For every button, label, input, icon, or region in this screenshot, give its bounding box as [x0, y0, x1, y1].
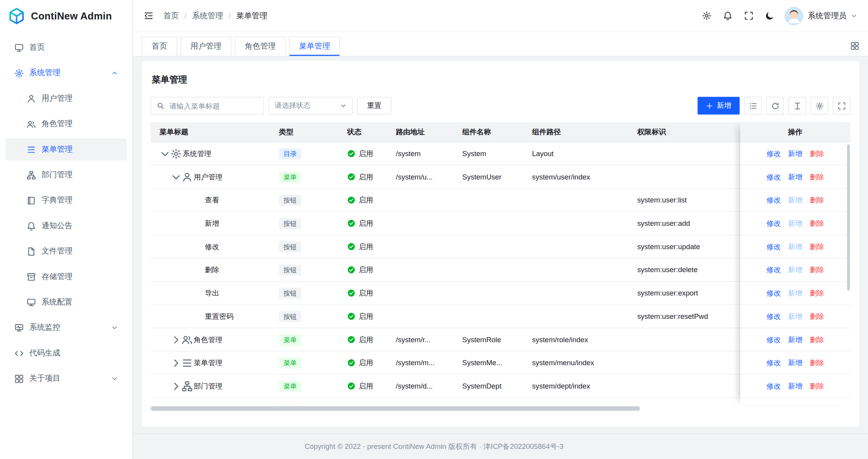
component-path-cell: Layout: [523, 142, 629, 165]
status-label: 启用: [359, 218, 373, 229]
horizontal-scrollbar[interactable]: [151, 406, 640, 411]
sidebar-item-label: 系统监控: [29, 323, 106, 333]
edit-link[interactable]: 修改: [766, 404, 781, 405]
refresh-button[interactable]: [766, 97, 784, 114]
add-link[interactable]: 新增: [788, 334, 803, 345]
tab-菜单管理[interactable]: 菜单管理: [289, 37, 340, 56]
add-link[interactable]: 新增: [788, 195, 803, 205]
sidebar-item-menu-management[interactable]: 菜单管理: [5, 138, 127, 160]
edit-link[interactable]: 修改: [766, 334, 781, 345]
user-menu[interactable]: 系统管理员: [785, 6, 857, 25]
edit-link[interactable]: 修改: [766, 311, 781, 322]
status-select[interactable]: 请选择状态: [269, 97, 353, 114]
type-cell: 目录: [270, 142, 338, 165]
delete-link[interactable]: 删除: [810, 242, 824, 252]
component-path-cell: system/dept/index: [523, 375, 629, 397]
line-height-button[interactable]: [789, 97, 806, 114]
add-link[interactable]: 新增: [788, 172, 803, 182]
sidebar-item-home[interactable]: 首页: [5, 37, 127, 59]
delete-link[interactable]: 删除: [810, 404, 824, 405]
add-link[interactable]: 新增: [788, 358, 803, 368]
sidebar-item-storage-management[interactable]: 存储管理: [5, 266, 127, 288]
sidebar-item-dept-management[interactable]: 部门管理: [5, 164, 127, 186]
sidebar-item-file-management[interactable]: 文件管理: [5, 240, 127, 262]
chevron-down-icon: [111, 375, 118, 382]
brand-logo[interactable]: ContiNew Admin: [0, 0, 132, 32]
status-badge: 启用: [347, 334, 373, 345]
tab-actions-button[interactable]: [850, 42, 859, 51]
sidebar-item-code-generation[interactable]: 代码生成: [5, 342, 127, 364]
collapse-sidebar-button[interactable]: [144, 11, 153, 20]
menu-title-cell: 系统管理: [151, 142, 270, 165]
add-link[interactable]: 新增: [788, 288, 803, 298]
edit-link[interactable]: 修改: [766, 172, 781, 182]
sidebar-item-label: 通知公告: [42, 221, 118, 231]
add-link[interactable]: 新增: [788, 381, 803, 391]
gear-button[interactable]: [810, 97, 828, 114]
sidebar-item-system-management[interactable]: 系统管理: [5, 62, 127, 84]
collapse-row-button[interactable]: [159, 148, 170, 159]
add-link[interactable]: 新增: [788, 311, 803, 322]
vertical-scrollbar[interactable]: [847, 144, 850, 290]
expand-row-button[interactable]: [171, 357, 181, 368]
row-actions: 修改新增删除: [740, 282, 850, 305]
tab-首页[interactable]: 首页: [142, 37, 177, 56]
breadcrumb-item[interactable]: 系统管理: [192, 11, 223, 21]
sidebar-item-notice[interactable]: 通知公告: [5, 215, 127, 237]
brand-name: ContiNew Admin: [31, 10, 112, 22]
add-link[interactable]: 新增: [788, 242, 803, 252]
sidebar-item-about-project[interactable]: 关于项目: [5, 368, 127, 390]
delete-link[interactable]: 删除: [810, 381, 824, 391]
sidebar-item-dict-management[interactable]: 字典管理: [5, 189, 127, 211]
delete-link[interactable]: 删除: [810, 172, 824, 182]
add-link[interactable]: 新增: [788, 218, 803, 229]
component-name-cell: SystemMe...: [453, 352, 523, 374]
breadcrumb-item[interactable]: 菜单管理: [236, 11, 268, 21]
add-link[interactable]: 新增: [788, 404, 803, 405]
edit-link[interactable]: 修改: [766, 358, 781, 368]
type-cell: 按钮: [270, 305, 338, 327]
sidebar-item-user-management[interactable]: 用户管理: [5, 88, 127, 110]
delete-link[interactable]: 删除: [810, 311, 824, 322]
sidebar-item-role-management[interactable]: 角色管理: [5, 113, 127, 135]
menu-title-cell: 新增: [151, 212, 270, 235]
delete-link[interactable]: 删除: [810, 218, 824, 229]
delete-link[interactable]: 删除: [810, 334, 824, 345]
delete-link[interactable]: 删除: [810, 195, 824, 205]
edit-link[interactable]: 修改: [766, 218, 781, 229]
add-link[interactable]: 新增: [788, 149, 803, 159]
delete-link[interactable]: 删除: [810, 149, 824, 159]
delete-link[interactable]: 删除: [810, 358, 824, 368]
menu-title: 角色管理: [194, 334, 223, 345]
search-input[interactable]: [168, 101, 258, 110]
edit-link[interactable]: 修改: [766, 149, 781, 159]
fullscreen-button[interactable]: [833, 97, 850, 114]
gear-button[interactable]: [697, 6, 716, 25]
edit-link[interactable]: 修改: [766, 242, 781, 252]
add-link[interactable]: 新增: [788, 265, 803, 275]
edit-link[interactable]: 修改: [766, 288, 781, 298]
type-tag: 菜单: [279, 357, 301, 368]
list-button[interactable]: [744, 97, 762, 114]
reset-button[interactable]: 重置: [357, 97, 391, 114]
fullscreen-button[interactable]: [739, 6, 758, 25]
sidebar-item-system-monitor[interactable]: 系统监控: [5, 317, 127, 339]
add-button[interactable]: 新增: [697, 97, 739, 114]
delete-link[interactable]: 删除: [810, 288, 824, 298]
sidebar-item-label: 字典管理: [42, 195, 118, 206]
edit-link[interactable]: 修改: [766, 195, 781, 205]
moon-button[interactable]: [760, 6, 779, 25]
expand-row-button[interactable]: [171, 404, 181, 404]
expand-row-button[interactable]: [171, 334, 181, 345]
edit-link[interactable]: 修改: [766, 381, 781, 391]
sidebar-item-system-config[interactable]: 系统配置: [5, 291, 127, 313]
collapse-row-button[interactable]: [171, 171, 181, 182]
bell-button[interactable]: [718, 6, 737, 25]
tab-角色管理[interactable]: 角色管理: [235, 37, 286, 56]
expand-row-button[interactable]: [171, 380, 181, 391]
edit-link[interactable]: 修改: [766, 265, 781, 275]
tab-用户管理[interactable]: 用户管理: [180, 37, 231, 56]
status-select-value: 请选择状态: [275, 101, 310, 111]
delete-link[interactable]: 删除: [810, 265, 824, 275]
breadcrumb-item[interactable]: 首页: [163, 11, 179, 21]
